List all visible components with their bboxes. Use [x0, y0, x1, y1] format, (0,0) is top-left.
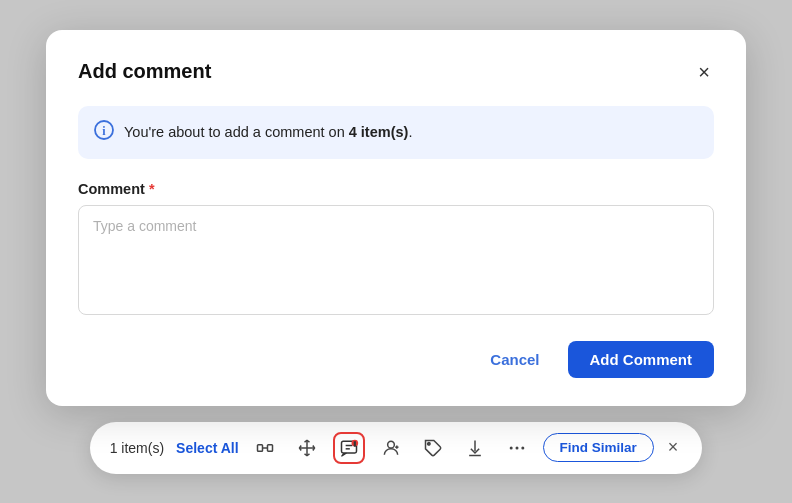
label-icon	[423, 438, 443, 458]
svg-rect-3	[267, 444, 272, 451]
required-indicator: *	[149, 181, 155, 197]
find-similar-button[interactable]: Find Similar	[543, 433, 654, 462]
svg-point-12	[387, 441, 394, 448]
info-banner: i You're about to add a comment on 4 ite…	[78, 106, 714, 159]
comment-label: Comment *	[78, 181, 714, 197]
add-comment-button[interactable]: Add Comment	[568, 341, 715, 378]
select-all-button[interactable]: Select All	[176, 440, 239, 456]
move-icon	[297, 438, 317, 458]
group-button[interactable]	[249, 432, 281, 464]
tag-button[interactable]	[375, 432, 407, 464]
svg-rect-2	[257, 444, 262, 451]
modal-footer: Cancel Add Comment	[78, 341, 714, 378]
info-banner-text: You're about to add a comment on 4 item(…	[124, 124, 412, 140]
svg-point-17	[509, 446, 512, 449]
label-button[interactable]	[417, 432, 449, 464]
comment-icon: !	[339, 438, 359, 458]
svg-point-15	[427, 442, 430, 445]
item-count: 1 item(s)	[110, 440, 164, 456]
download-icon	[465, 438, 485, 458]
comment-textarea[interactable]	[78, 205, 714, 315]
cancel-button[interactable]: Cancel	[474, 341, 555, 378]
modal-close-button[interactable]: ×	[694, 58, 714, 86]
svg-text:i: i	[102, 124, 106, 138]
comment-button[interactable]: !	[333, 432, 365, 464]
more-icon	[507, 438, 527, 458]
bottom-toolbar: 1 item(s) Select All	[90, 422, 703, 474]
add-comment-modal: Add comment × i You're about to add a co…	[46, 30, 746, 406]
modal-header: Add comment ×	[78, 58, 714, 86]
svg-point-19	[521, 446, 524, 449]
modal-title: Add comment	[78, 60, 211, 83]
more-button[interactable]	[501, 432, 533, 464]
tag-icon	[381, 438, 401, 458]
info-icon: i	[94, 120, 114, 145]
toolbar-close-button[interactable]: ×	[664, 433, 683, 462]
download-button[interactable]	[459, 432, 491, 464]
move-button[interactable]	[291, 432, 323, 464]
group-icon	[255, 438, 275, 458]
svg-point-18	[515, 446, 518, 449]
